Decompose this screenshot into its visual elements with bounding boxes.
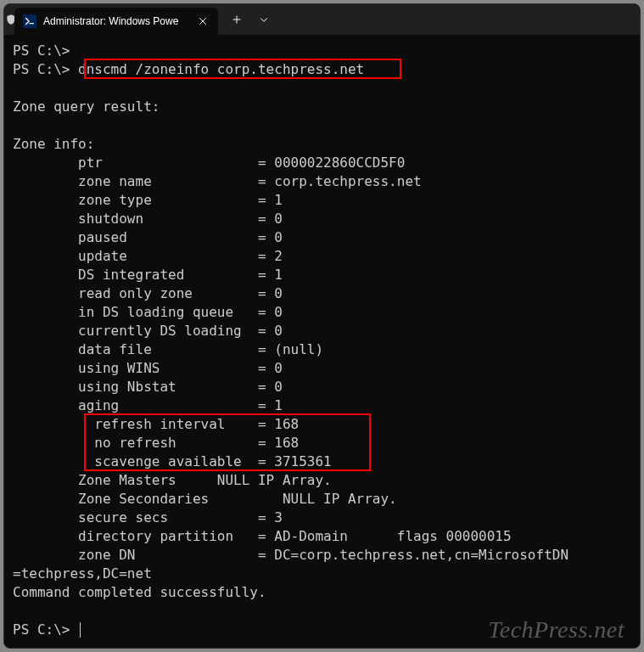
tab-powershell[interactable]: Administrator: Windows Powe	[14, 8, 218, 35]
output-line: aging = 1	[13, 397, 283, 413]
titlebar-actions	[218, 4, 276, 35]
output-line: directory partition = AD-Domain flags 00…	[13, 528, 512, 544]
output-line: secure secs = 3	[13, 509, 283, 526]
output-line: Zone Secondaries NULL IP Array.	[13, 491, 397, 507]
output-line: shutdown = 0	[13, 211, 283, 227]
output-line: no refresh = 168	[13, 435, 299, 451]
window-icon-area	[4, 4, 11, 35]
output-line: Zone Masters NULL IP Array.	[13, 472, 332, 488]
cursor	[80, 622, 81, 638]
output-line: in DS loading queue = 0	[13, 304, 283, 320]
output-line: using Nbstat = 0	[13, 379, 283, 395]
output-line: ptr = 0000022860CCD5F0	[13, 155, 405, 171]
prompt-line: PS C:\>	[13, 42, 70, 59]
prompt-line: PS C:\>	[13, 61, 78, 77]
watermark-text: TechPress.net	[488, 621, 624, 639]
tab-title: Administrator: Windows Powe	[43, 15, 189, 27]
powershell-icon	[23, 14, 36, 28]
tab-close-button[interactable]	[196, 14, 210, 28]
output-header: Zone query result:	[13, 98, 160, 115]
output-line: zone type = 1	[13, 192, 283, 208]
output-line: currently DS loading = 0	[13, 323, 283, 339]
output-line: zone name = corp.techpress.net	[13, 173, 422, 189]
output-header: Zone info:	[13, 136, 94, 152]
titlebar: Administrator: Windows Powe	[4, 4, 640, 35]
terminal-output[interactable]: PS C:\> PS C:\> dnscmd /zoneinfo corp.te…	[4, 35, 640, 648]
output-tail: =techpress,DC=net	[13, 565, 152, 582]
output-line: read only zone = 0	[13, 285, 283, 301]
command-text: dnscmd /zoneinfo corp.techpress.net	[78, 61, 364, 77]
output-line: zone DN = DC=corp.techpress.net,cn=Micro…	[13, 547, 568, 563]
output-line: DS integrated = 1	[13, 267, 283, 283]
output-line: update = 2	[13, 248, 283, 264]
output-line: scavenge available = 3715361	[13, 453, 332, 469]
output-line: data file = (null)	[13, 341, 323, 357]
output-tail: Command completed successfully.	[13, 584, 266, 600]
output-line: refresh interval = 168	[13, 416, 299, 432]
output-line: using WINS = 0	[13, 360, 283, 376]
new-tab-button[interactable]	[225, 8, 249, 31]
output-line: paused = 0	[13, 229, 283, 245]
svg-rect-0	[24, 15, 36, 27]
prompt-line: PS C:\>	[13, 621, 78, 638]
tab-dropdown-button[interactable]	[252, 8, 276, 31]
terminal-window: Administrator: Windows Powe PS C:\> PS C…	[3, 3, 641, 649]
